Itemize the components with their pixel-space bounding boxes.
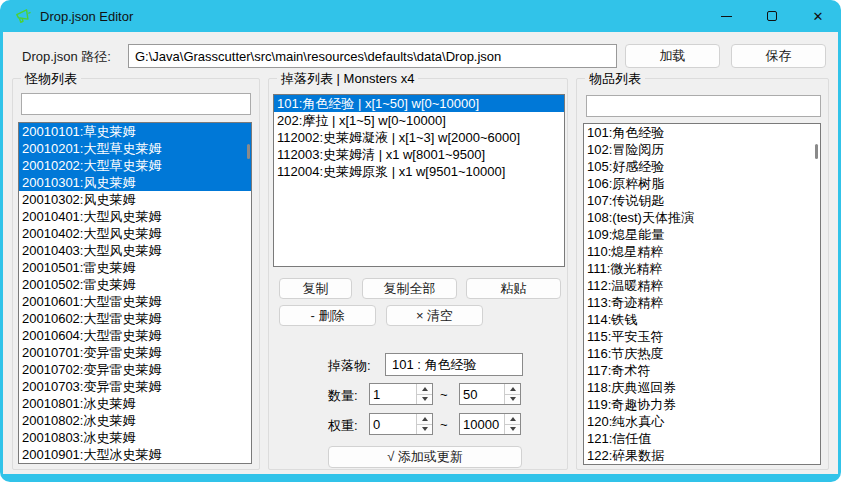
list-item[interactable]: 20010401:大型风史莱姆	[19, 208, 251, 225]
count-tilde: ~	[440, 387, 448, 402]
item-listbox[interactable]: 101:角色经验102:冒险阅历105:好感经验106:原粹树脂107:传说钥匙…	[583, 123, 821, 465]
add-or-update-button[interactable]: √ 添加或更新	[328, 446, 522, 468]
list-item[interactable]: 20010202:大型草史莱姆	[19, 157, 251, 174]
list-item[interactable]: 20010701:变异雷史莱姆	[19, 344, 251, 361]
chevron-down-icon	[510, 427, 516, 431]
list-item[interactable]: 112002:史莱姆凝液 | x[1~3] w[2000~6000]	[274, 129, 564, 146]
list-item[interactable]: 20010801:冰史莱姆	[19, 395, 251, 412]
list-item[interactable]: 109:熄星能量	[584, 226, 820, 243]
window-title: Drop.json Editor	[40, 9, 133, 24]
chevron-down-icon	[422, 427, 428, 431]
weight-min-down-button[interactable]	[417, 424, 432, 435]
chevron-up-icon	[510, 417, 516, 421]
drop-item-input[interactable]	[385, 353, 523, 376]
drop-item-label: 掉落物:	[328, 357, 371, 375]
monster-filter-input[interactable]	[21, 93, 251, 115]
weight-max-up-button[interactable]	[505, 414, 520, 424]
clear-button[interactable]: × 清空	[386, 305, 483, 326]
list-item[interactable]: 117:奇术符	[584, 362, 820, 379]
save-button[interactable]: 保存	[731, 44, 826, 68]
list-item[interactable]: 20010901:大型冰史莱姆	[19, 446, 251, 463]
item-scrollbar-thumb[interactable]	[815, 144, 818, 159]
drop-panel-title: 掉落列表 | Monsters x4	[277, 70, 418, 88]
list-item[interactable]: 122:碎果数据	[584, 447, 820, 464]
list-item[interactable]: 105:好感经验	[584, 158, 820, 175]
count-max-down-button[interactable]	[505, 394, 520, 405]
list-item[interactable]: 20010101:草史莱姆	[19, 123, 251, 140]
titlebar[interactable]: Drop.json Editor ✕	[0, 0, 841, 32]
path-label: Drop.json 路径:	[22, 46, 111, 68]
count-min-stepper[interactable]	[369, 383, 433, 405]
weight-min-up-button[interactable]	[417, 414, 432, 424]
list-item[interactable]: 106:原粹树脂	[584, 175, 820, 192]
count-label: 数量:	[328, 387, 358, 405]
count-min-up-button[interactable]	[417, 384, 432, 394]
list-item[interactable]: 119:奇趣协力券	[584, 396, 820, 413]
weight-min-input[interactable]	[370, 414, 416, 434]
list-item[interactable]: 20010602:大型雷史莱姆	[19, 310, 251, 327]
list-item[interactable]: 20010803:冰史莱姆	[19, 429, 251, 446]
drop-listbox[interactable]: 101:角色经验 | x[1~50] w[0~10000]202:摩拉 | x[…	[273, 94, 565, 267]
list-item[interactable]: 113:奇迹精粹	[584, 294, 820, 311]
list-item[interactable]: 118:庆典巡回券	[584, 379, 820, 396]
list-item[interactable]: 101:角色经验 | x[1~50] w[0~10000]	[274, 95, 564, 112]
list-item[interactable]: 202:摩拉 | x[1~5] w[0~10000]	[274, 112, 564, 129]
weight-max-input[interactable]	[460, 414, 504, 434]
list-item[interactable]: 20010302:风史莱姆	[19, 191, 251, 208]
chevron-down-icon	[422, 397, 428, 401]
weight-label: 权重:	[328, 417, 358, 435]
list-item[interactable]: 108:(test)天体推演	[584, 209, 820, 226]
list-item[interactable]: 112003:史莱姆清 | x1 w[8001~9500]	[274, 146, 564, 163]
count-max-input[interactable]	[460, 384, 504, 404]
weight-max-down-button[interactable]	[505, 424, 520, 435]
close-icon: ✕	[813, 10, 824, 23]
list-item[interactable]: 111:微光精粹	[584, 260, 820, 277]
minimize-icon	[721, 16, 732, 17]
copy-all-button[interactable]: 复制全部	[362, 278, 457, 299]
list-item[interactable]: 20010601:大型雷史莱姆	[19, 293, 251, 310]
path-input[interactable]	[128, 44, 617, 68]
list-item[interactable]: 115:平安玉符	[584, 328, 820, 345]
list-item[interactable]: 20010604:大型雷史莱姆	[19, 327, 251, 344]
list-item[interactable]: 102:冒险阅历	[584, 141, 820, 158]
list-item[interactable]: 112:温暖精粹	[584, 277, 820, 294]
paste-button[interactable]: 粘贴	[466, 278, 561, 299]
drop-list-panel: 掉落列表 | Monsters x4 101:角色经验 | x[1~50] w[…	[268, 78, 568, 470]
monster-scrollbar-thumb[interactable]	[247, 144, 250, 159]
list-item[interactable]: 110:熄星精粹	[584, 243, 820, 260]
list-item[interactable]: 20010703:变异雷史莱姆	[19, 378, 251, 395]
list-item[interactable]: 121:信任值	[584, 430, 820, 447]
copy-button[interactable]: 复制	[279, 278, 352, 299]
list-item[interactable]: 107:传说钥匙	[584, 192, 820, 209]
monster-listbox[interactable]: 20010101:草史莱姆20010201:大型草史莱姆20010202:大型草…	[18, 122, 252, 464]
load-button[interactable]: 加载	[625, 44, 720, 68]
list-item[interactable]: 116:节庆热度	[584, 345, 820, 362]
count-min-down-button[interactable]	[417, 394, 432, 405]
count-max-stepper[interactable]	[459, 383, 521, 405]
list-item[interactable]: 112004:史莱姆原浆 | x1 w[9501~10000]	[274, 163, 564, 180]
list-item[interactable]: 20010402:大型风史莱姆	[19, 225, 251, 242]
count-max-up-button[interactable]	[505, 384, 520, 394]
maximize-button[interactable]	[749, 0, 795, 32]
list-item[interactable]: 101:角色经验	[584, 124, 820, 141]
client-area: Drop.json 路径: 加载 保存 怪物列表 20010101:草史莱姆20…	[3, 32, 838, 474]
list-item[interactable]: 20010802:冰史莱姆	[19, 412, 251, 429]
list-item[interactable]: 20010403:大型风史莱姆	[19, 242, 251, 259]
list-item[interactable]: 20010702:变异雷史莱姆	[19, 361, 251, 378]
list-item[interactable]: 120:纯水真心	[584, 413, 820, 430]
chevron-down-icon	[510, 397, 516, 401]
delete-button[interactable]: - 删除	[279, 305, 376, 326]
list-item[interactable]: 20010301:风史莱姆	[19, 174, 251, 191]
list-item[interactable]: 20010501:雷史莱姆	[19, 259, 251, 276]
close-button[interactable]: ✕	[795, 0, 841, 32]
weight-max-stepper[interactable]	[459, 413, 521, 435]
list-item[interactable]: 114:铁钱	[584, 311, 820, 328]
count-min-input[interactable]	[370, 384, 416, 404]
weight-min-stepper[interactable]	[369, 413, 433, 435]
monster-list-panel: 怪物列表 20010101:草史莱姆20010201:大型草史莱姆2001020…	[12, 78, 260, 470]
minimize-button[interactable]	[703, 0, 749, 32]
item-filter-input[interactable]	[586, 95, 821, 117]
item-panel-title: 物品列表	[585, 70, 645, 88]
list-item[interactable]: 20010201:大型草史莱姆	[19, 140, 251, 157]
list-item[interactable]: 20010502:雷史莱姆	[19, 276, 251, 293]
